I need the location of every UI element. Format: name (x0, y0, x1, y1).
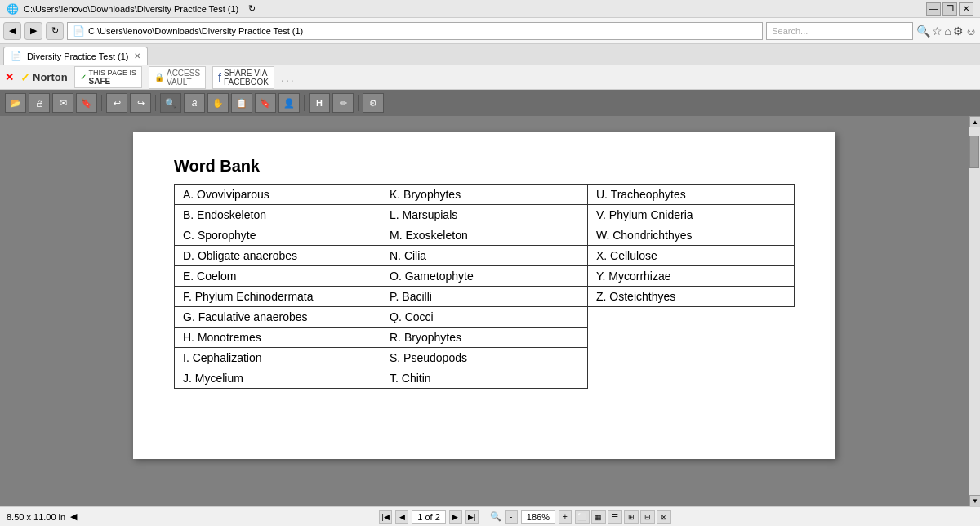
scroll-up-button[interactable]: ▲ (969, 116, 980, 127)
first-page-button[interactable]: |◀ (379, 510, 392, 524)
word-bank-cell-c (588, 348, 795, 368)
pdf-edit-button[interactable]: ✏ (332, 93, 354, 113)
search-field[interactable]: Search... (766, 22, 913, 40)
forward-button[interactable]: ▶ (24, 22, 42, 40)
pdf-undo-button[interactable]: ↩ (106, 93, 127, 113)
zoom-out-button[interactable]: - (505, 510, 518, 524)
scrollbar[interactable]: ▲ ▼ (969, 116, 980, 506)
more-options-icon[interactable]: ... (281, 71, 296, 84)
refresh-button[interactable]: ↻ (46, 22, 64, 40)
norton-safe-badge: ✓ THIS PAGE IS SAFE (74, 66, 142, 88)
word-bank-cell-c: U. Tracheophytes (588, 185, 795, 205)
scroll-track[interactable] (969, 127, 980, 495)
pdf-tools-button[interactable]: ⚙ (363, 93, 384, 113)
single-page-view-button[interactable]: ⬜ (575, 510, 590, 524)
pdf-sign-button[interactable]: 👤 (278, 93, 300, 113)
grid-view-button[interactable]: ⊟ (640, 510, 655, 524)
back-button[interactable]: ◀ (3, 22, 21, 40)
pdf-open-button[interactable]: 📂 (5, 93, 26, 113)
zoom-level: 186% (521, 510, 555, 524)
norton-checkmark-icon: ✓ (20, 71, 30, 84)
two-page-view-button[interactable]: ▦ (591, 510, 606, 524)
norton-toolbar: ✕ ✓ Norton ✓ THIS PAGE IS SAFE 🔒 ACCESS … (0, 65, 980, 90)
this-page-label: THIS PAGE IS (89, 69, 136, 77)
pdf-bookmark-button[interactable]: 🔖 (76, 93, 97, 113)
word-bank-cell-a: H. Monotremes (175, 328, 381, 348)
tab-close-button[interactable]: ✕ (134, 51, 140, 60)
pdf-search-icon: 🔍 (165, 98, 176, 109)
word-bank-cell-a: J. Mycelium (175, 368, 381, 389)
browser-icon: 🌐 (7, 3, 19, 15)
facebook-label: FACEBOOK (224, 78, 269, 87)
word-bank-cell-b: Q. Cocci (381, 307, 588, 328)
word-bank-cell-c: V. Phylum Cnideria (588, 205, 795, 225)
status-scroll-left[interactable]: ◀ (70, 511, 77, 522)
word-bank-cell-a: C. Sporophyte (175, 225, 381, 246)
norton-close-button[interactable]: ✕ (5, 71, 14, 83)
access-label: ACCESS (167, 69, 200, 78)
pdf-print-button[interactable]: 🖨 (29, 93, 50, 113)
norton-access-button[interactable]: 🔒 ACCESS VAULT (149, 66, 206, 89)
title-bar: 🌐 C:\Users\lenovo\Downloads\Diversity Pr… (0, 0, 980, 18)
pdf-redo-button[interactable]: ↪ (130, 93, 151, 113)
active-tab[interactable]: 📄 Diversity Practice Test (1) ✕ (3, 47, 148, 65)
table-row: C. SporophyteM. ExoskeletonW. Chondricht… (175, 225, 795, 246)
word-bank-cell-c: W. Chondrichthyes (588, 225, 795, 246)
table-row: A. OvoviviparousK. BryophytesU. Tracheop… (175, 185, 795, 205)
url-text: C:\Users\lenovo\Downloads\Diversity Prac… (88, 26, 303, 36)
zoom-in-button[interactable]: + (559, 510, 572, 524)
scroll-thumb[interactable] (969, 136, 979, 168)
restore-button[interactable]: ❐ (942, 2, 957, 16)
scroll-view-button[interactable]: ☰ (608, 510, 622, 524)
norton-label: Norton (33, 71, 68, 83)
star-icon[interactable]: ☆ (932, 25, 942, 38)
email-icon: ✉ (60, 98, 67, 109)
next-page-button[interactable]: ▶ (449, 510, 462, 524)
facebook-icon: f (218, 71, 221, 84)
home-icon[interactable]: ⌂ (944, 25, 951, 38)
share-label: SHARE VIA (224, 69, 269, 78)
minimize-button[interactable]: — (926, 2, 941, 16)
last-page-button[interactable]: ▶| (466, 510, 479, 524)
word-bank-cell-a: D. Obligate anaerobes (175, 246, 381, 266)
open-icon: 📂 (10, 98, 21, 109)
pdf-note-button[interactable]: 📋 (231, 93, 252, 113)
table-row: E. CoelomO. GametophyteY. Mycorrhizae (175, 266, 795, 287)
address-bar: ◀ ▶ ↻ 📄 C:\Users\lenovo\Downloads\Divers… (0, 18, 980, 44)
word-bank-cell-b: N. Cilia (381, 246, 588, 266)
word-bank-cell-c (588, 328, 795, 348)
pdf-hand-button[interactable]: ✋ (207, 93, 229, 113)
table-row: J. MyceliumT. Chitin (175, 368, 795, 389)
refresh-icon[interactable]: ↻ (248, 3, 256, 14)
pdf-h-button[interactable]: H (309, 93, 330, 113)
pdf-stamp-button[interactable]: 🔖 (255, 93, 276, 113)
smiley-icon[interactable]: ☺ (965, 25, 977, 38)
pdf-email-button[interactable]: ✉ (52, 93, 74, 113)
pdf-select-button[interactable]: a (184, 93, 205, 113)
pdf-search-button[interactable]: 🔍 (160, 93, 181, 113)
norton-brand: ✓ Norton (20, 71, 68, 84)
search-placeholder: Search... (772, 26, 808, 36)
word-bank-cell-a: B. Endoskeleton (175, 205, 381, 225)
word-bank-cell-a: E. Coelom (175, 266, 381, 287)
pdf-page: Word Bank A. OvoviviparousK. BryophytesU… (133, 132, 835, 459)
undo-icon: ↩ (114, 98, 121, 109)
close-button[interactable]: ✕ (959, 2, 973, 16)
toolbar-divider-1 (101, 95, 102, 111)
spread-view-button[interactable]: ⊞ (624, 510, 639, 524)
note-icon: 📋 (236, 98, 247, 109)
page-size-label: 8.50 x 11.00 in (7, 512, 65, 522)
table-row: H. MonotremesR. Bryophytes (175, 328, 795, 348)
word-bank-cell-b: L. Marsupials (381, 205, 588, 225)
zoom-icon: 🔍 (490, 511, 501, 522)
gear-icon[interactable]: ⚙ (953, 25, 964, 38)
print-icon: 🖨 (35, 98, 44, 108)
address-field[interactable]: 📄 C:\Users\lenovo\Downloads\Diversity Pr… (67, 22, 763, 40)
word-bank-cell-a: A. Ovoviviparous (175, 185, 381, 205)
reading-view-button[interactable]: ⊠ (657, 510, 671, 524)
prev-page-button[interactable]: ◀ (395, 510, 408, 524)
search-icon[interactable]: 🔍 (916, 25, 930, 38)
norton-share-button[interactable]: f SHARE VIA FACEBOOK (212, 66, 274, 89)
word-bank-cell-c: Z. Osteichthyes (588, 287, 795, 307)
scroll-down-button[interactable]: ▼ (969, 495, 980, 506)
